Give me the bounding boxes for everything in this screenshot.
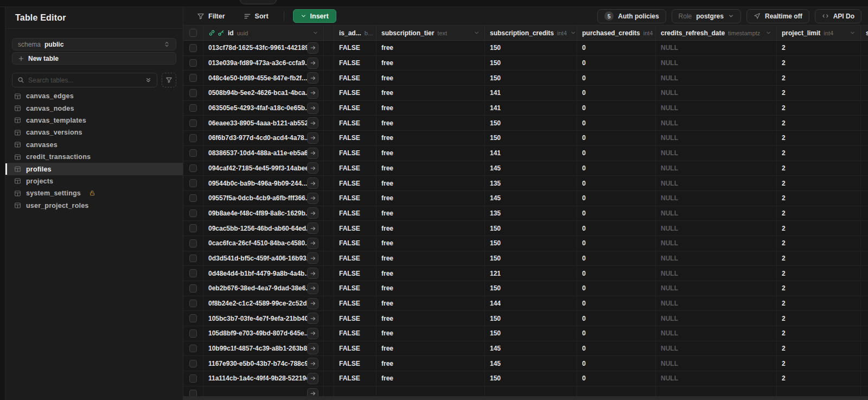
grid-cell-purchased_credits[interactable]: 0 <box>577 311 656 326</box>
grid-cell-id[interactable]: 105bc3b7-03fe-4e7f-9efa-21bb40... <box>203 311 324 326</box>
role-select-button[interactable]: Role postgres <box>672 9 741 23</box>
grid-cell-id[interactable]: 063505e5-4293-4faf-a18c-0e65b... <box>203 101 324 116</box>
grid-cell-is_admin[interactable]: FALSE <box>334 41 376 55</box>
grid-cell-subscription_credits[interactable]: 150 <box>485 116 577 130</box>
sidebar-item-profiles[interactable]: profiles <box>5 163 183 175</box>
grid-cell-subscription_tier[interactable]: free <box>376 236 485 251</box>
grid-cell-last[interactable]: NULL <box>861 71 868 85</box>
row-checkbox[interactable] <box>189 329 197 338</box>
grid-cell-subscription_tier[interactable]: free <box>376 71 485 85</box>
row-checkbox[interactable] <box>189 345 197 353</box>
grid-cell-subscription_credits[interactable]: 135 <box>485 176 577 191</box>
grid-cell-subscription_tier[interactable]: free <box>376 146 485 161</box>
grid-cell-id[interactable]: 08386537-10d4-488a-a11e-eb5a6... <box>203 146 324 161</box>
grid-cell-subscription_credits[interactable]: 145 <box>485 341 577 356</box>
grid-cell-credits_refresh_date[interactable]: NULL <box>656 191 777 206</box>
grid-cell-subscription_tier[interactable]: free <box>376 86 485 100</box>
sidebar-item-canvas_templates[interactable]: canvas_templates <box>5 115 183 126</box>
grid-cell-id[interactable]: 1167e930-e5b0-43b7-b74c-788c9... <box>203 356 324 371</box>
grid-cell-credits_refresh_date[interactable]: NULL <box>656 116 777 130</box>
grid-cell-sliver[interactable]: X <box>324 266 334 281</box>
grid-header-cell-id[interactable]: iduuid <box>203 26 324 40</box>
grid-cell-project_limit[interactable]: 2 <box>777 206 861 221</box>
grid-cell-is_admin[interactable]: FALSE <box>334 56 376 71</box>
grid-cell-last[interactable]: NULL <box>861 131 868 145</box>
grid-cell-subscription_credits[interactable]: 141 <box>485 101 577 116</box>
grid-cell-subscription_tier[interactable]: free <box>376 326 485 341</box>
expand-row-button[interactable] <box>307 298 318 309</box>
grid-cell-project_limit[interactable]: 2 <box>777 71 861 85</box>
grid-cell-id[interactable]: 0cac6fca-26cf-4510-84ba-c4580... <box>203 236 324 251</box>
expand-row-button[interactable] <box>307 117 318 129</box>
grid-cell-purchased_credits[interactable] <box>577 386 656 396</box>
expand-row-button[interactable] <box>307 388 318 396</box>
grid-cell-project_limit[interactable]: 2 <box>777 326 861 341</box>
grid-cell-is_admin[interactable]: FALSE <box>334 266 376 281</box>
grid-cell-last[interactable]: NULL <box>861 41 868 55</box>
sidebar-item-projects[interactable]: projects <box>5 175 183 187</box>
sort-button[interactable]: Sort <box>239 9 273 23</box>
grid-cell-sliver[interactable]: 0 <box>324 311 334 326</box>
grid-cell-project_limit[interactable]: 2 <box>777 56 861 71</box>
grid-cell-project_limit[interactable]: 2 <box>777 116 861 130</box>
grid-cell-purchased_credits[interactable]: 0 <box>577 266 656 281</box>
grid-cell-project_limit[interactable]: 2 <box>777 161 861 176</box>
grid-cell-subscription_tier[interactable]: free <box>376 56 485 71</box>
grid-cell-subscription_credits[interactable]: 135 <box>485 206 577 221</box>
grid-cell-subscription_tier[interactable]: free <box>376 191 485 206</box>
grid-cell-id[interactable]: 09557f5a-0dcb-4cb9-a6fb-fff366... <box>203 191 324 206</box>
grid-cell-is_admin[interactable]: FALSE <box>334 176 376 191</box>
grid-cell-purchased_credits[interactable]: 0 <box>577 71 656 85</box>
grid-cell-is_admin[interactable] <box>334 386 376 396</box>
grid-cell-credits_refresh_date[interactable]: NULL <box>656 206 777 221</box>
grid-cell-is_admin[interactable]: FALSE <box>334 311 376 326</box>
row-checkbox[interactable] <box>189 194 197 202</box>
grid-cell-purchased_credits[interactable]: 0 <box>577 251 656 266</box>
sidebar-item-credit_transactions[interactable]: credit_transactions <box>5 151 183 163</box>
grid-cell-is_admin[interactable]: FALSE <box>334 236 376 251</box>
grid-cell-purchased_credits[interactable]: 0 <box>577 116 656 130</box>
grid-header-cell-is_admin[interactable]: is_ad...b... <box>334 26 376 40</box>
grid-cell-credits_refresh_date[interactable]: NULL <box>656 281 777 296</box>
grid-cell-credits_refresh_date[interactable]: NULL <box>656 176 777 191</box>
grid-cell-subscription_tier[interactable]: free <box>376 296 485 311</box>
grid-cell-purchased_credits[interactable]: 0 <box>577 41 656 55</box>
grid-cell-id[interactable] <box>203 386 324 396</box>
row-checkbox[interactable] <box>189 390 197 396</box>
grid-cell-credits_refresh_date[interactable]: NULL <box>656 326 777 341</box>
grid-cell-purchased_credits[interactable]: 0 <box>577 281 656 296</box>
sidebar-filter-button[interactable] <box>162 73 176 87</box>
grid-cell-id[interactable]: 048c4e50-b989-455e-847e-fb2f... <box>203 71 324 85</box>
grid-cell-id[interactable]: 094caf42-7185-4e45-99f3-14abee... <box>203 161 324 176</box>
grid-cell-credits_refresh_date[interactable]: NULL <box>656 86 777 100</box>
expand-row-button[interactable] <box>307 283 318 294</box>
grid-cell-credits_refresh_date[interactable]: NULL <box>656 266 777 281</box>
grid-cell-credits_refresh_date[interactable]: NULL <box>656 71 777 85</box>
grid-cell-subscription_credits[interactable]: 150 <box>485 251 577 266</box>
grid-cell-sliver[interactable]: 0 <box>324 41 334 55</box>
grid-cell-project_limit[interactable]: 2 <box>777 371 861 386</box>
grid-cell-subscription_credits[interactable]: 150 <box>485 221 577 236</box>
grid-cell-subscription_tier[interactable]: free <box>376 341 485 356</box>
grid-cell-is_admin[interactable]: FALSE <box>334 71 376 85</box>
grid-cell-purchased_credits[interactable]: 0 <box>577 326 656 341</box>
row-checkbox[interactable] <box>189 314 197 322</box>
grid-header-cell-project_limit[interactable]: project_limitint4 <box>777 26 861 40</box>
grid-header-cell-purchased_credits[interactable]: purchased_creditsint4 <box>577 26 656 40</box>
grid-cell-subscription_tier[interactable] <box>376 386 485 396</box>
grid-cell-sliver[interactable]: 0 <box>324 146 334 161</box>
grid-header-cell-sliver[interactable] <box>324 26 334 40</box>
search-tables-input[interactable] <box>28 77 141 84</box>
sidebar-item-canvas_edges[interactable]: canvas_edges <box>5 90 183 102</box>
grid-cell-purchased_credits[interactable]: 0 <box>577 86 656 100</box>
grid-cell-subscription_tier[interactable]: free <box>376 371 485 386</box>
grid-cell-sliver[interactable]: X <box>324 131 334 145</box>
grid-cell-sliver[interactable]: X <box>324 371 334 386</box>
grid-cell-last[interactable]: NULL <box>861 221 868 236</box>
grid-cell-project_limit[interactable] <box>777 386 861 396</box>
grid-cell-project_limit[interactable]: 2 <box>777 131 861 145</box>
grid-cell-sliver[interactable]: X <box>324 281 334 296</box>
grid-cell-last[interactable]: NULL <box>861 371 868 386</box>
expand-row-button[interactable] <box>307 42 318 54</box>
grid-cell-is_admin[interactable]: FALSE <box>334 221 376 236</box>
